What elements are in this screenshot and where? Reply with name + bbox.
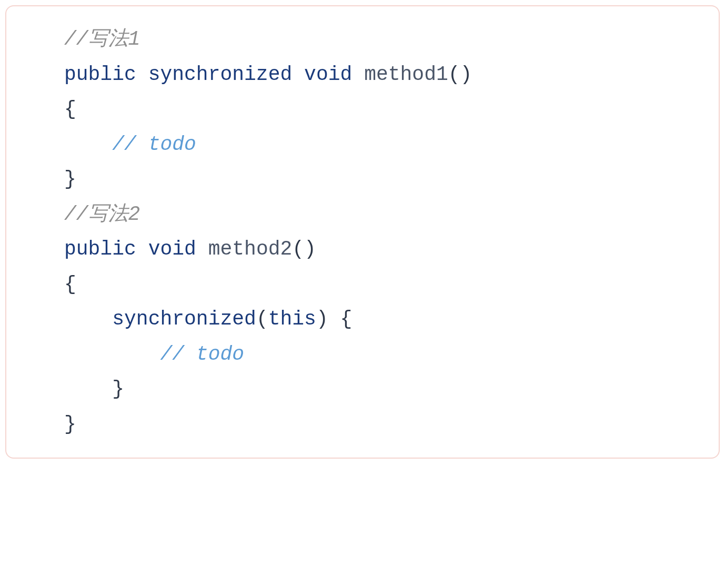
code-line-11: } xyxy=(64,372,703,407)
todo-comment: // todo xyxy=(160,343,244,366)
todo-comment: // todo xyxy=(112,133,196,156)
code-block: //写法1 public synchronized void method1()… xyxy=(5,5,720,459)
code-line-2: public synchronized void method1() xyxy=(64,57,703,93)
code-line-5: } xyxy=(64,162,703,197)
code-line-8: { xyxy=(64,267,703,302)
code-line-3: { xyxy=(64,92,703,127)
comment-text: //写法2 xyxy=(64,203,140,226)
code-line-4: // todo xyxy=(64,127,703,163)
code-line-7: public void method2() xyxy=(64,232,703,267)
comment-text: //写法1 xyxy=(64,28,140,50)
code-line-10: // todo xyxy=(64,337,703,372)
code-line-6: //写法2 xyxy=(64,197,703,232)
code-line-12: } xyxy=(64,407,703,442)
code-line-9: synchronized(this) { xyxy=(64,302,703,337)
code-line-1: //写法1 xyxy=(64,22,703,57)
